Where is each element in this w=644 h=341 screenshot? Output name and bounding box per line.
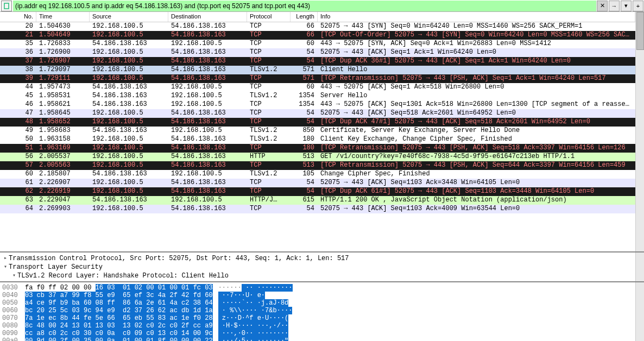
hex-offset: 0040 [2,292,25,299]
hex-row[interactable]: 0070 7a 1e ec 8b 44 fe 5e 66 65 eb 55 83… [2,314,633,322]
packet-bytes-pane: 0030 fa f0 ff 02 00 00 16 03 01 02 00 01… [0,282,644,341]
expand-right-icon[interactable]: ▸ [2,254,9,263]
col-header-length[interactable]: Length [291,12,318,22]
hex-row[interactable]: 0080 8c 48 00 24 13 01 13 03 13 02 c0 2c… [2,322,633,330]
packet-row[interactable]: 562.005537192.168.100.554.186.138.163HTT… [0,153,635,161]
packet-row[interactable]: 441.95747354.186.138.163192.168.100.5TCP… [0,83,635,92]
apply-filter-button[interactable]: → [609,1,620,11]
packet-row[interactable]: 632.22904754.186.138.163192.168.100.5HTT… [0,196,635,205]
filter-dropdown-button[interactable]: ▾ [621,1,632,11]
col-header-source[interactable]: Source [90,12,168,22]
hex-row[interactable]: 0050 a4 ce 9f b9 ba 60 08 ff 86 6a 2e 61… [2,299,633,307]
detail-tree-row[interactable]: ▾Transport Layer Security [2,263,633,271]
details-scrollbar[interactable] [635,252,644,281]
hex-row[interactable]: 00a0 00 9d 00 2f 00 35 00 0a 01 00 01 8f… [2,337,633,341]
hex-offset: 0060 [2,307,25,314]
packet-row[interactable]: 602.18580754.186.138.163192.168.100.5TLS… [0,170,635,179]
packet-details-pane: ▸Transmission Control Protocol, Src Port… [0,252,644,282]
packet-row[interactable]: 371.726907192.168.100.554.186.138.163TCP… [0,57,635,66]
plus-icon: + [636,3,640,9]
col-header-time[interactable]: Time [36,12,90,22]
packet-row[interactable]: 501.963158192.168.100.554.186.138.163TLS… [0,135,635,144]
packet-list-scrollbar[interactable] [635,12,644,251]
hex-row[interactable]: 0060 bc 20 25 5c 03 9c 94 e9 d2 37 26 62… [2,307,633,314]
col-header-destination[interactable]: Destination [168,12,247,22]
packet-row[interactable]: 572.005563192.168.100.554.186.138.163TCP… [0,161,635,170]
col-header-no[interactable]: No. [0,12,36,22]
col-header-info[interactable]: Info [318,12,635,22]
hex-offset: 00a0 [2,337,25,341]
clear-filter-button[interactable]: ✕ [597,1,608,11]
packet-row[interactable]: 361.726900192.168.100.554.186.138.163TCP… [0,48,635,57]
hex-row[interactable]: 0090 cc a8 c0 2c c0 30 c0 0a c0 09 c0 13… [2,330,633,337]
detail-tree-label: Transport Layer Security [9,263,103,271]
hex-scrollbar[interactable] [635,282,644,341]
hex-row[interactable]: 0030 fa f0 ff 02 00 00 16 03 01 02 00 01… [2,284,633,292]
packet-row[interactable]: 511.963169192.168.100.554.186.138.163TCP… [0,144,635,153]
hex-offset: 0080 [2,322,25,330]
detail-tree-row[interactable]: ▾TLSv1.2 Record Layer: Handshake Protoco… [2,271,633,280]
scrollbar-thumb[interactable] [636,12,644,50]
display-filter-bar: ✕ → ▾ + [0,0,644,12]
display-filter-input[interactable] [13,1,596,11]
svg-rect-0 [4,3,9,9]
chevron-down-icon: ▾ [624,2,628,9]
packet-row[interactable]: 211.504649192.168.100.554.186.138.163TCP… [0,31,635,40]
detail-tree-label: Transmission Control Protocol, Src Port:… [9,254,349,263]
packet-row[interactable]: 381.729097192.168.100.554.186.138.163TLS… [0,66,635,74]
hex-offset: 0030 [2,284,25,292]
expand-down-icon[interactable]: ▾ [11,271,17,280]
arrow-right-icon: → [611,3,617,9]
close-icon: ✕ [600,2,605,9]
detail-tree-label: TLSv1.2 Record Layer: Handshake Protocol… [17,271,229,280]
packet-row[interactable]: 481.958652192.168.100.554.186.138.163TCP… [0,118,635,127]
packet-row[interactable]: 622.226919192.168.100.554.186.138.163TCP… [0,187,635,196]
packet-row[interactable]: 612.226907192.168.100.554.186.138.163TCP… [0,179,635,187]
packet-row[interactable]: 491.95868354.186.138.163192.168.100.5TLS… [0,127,635,135]
hex-offset: 0070 [2,314,25,322]
packet-row[interactable]: 461.95862154.186.138.163192.168.100.5TCP… [0,100,635,109]
hex-row[interactable]: 0040 03 cb 37 a7 99 f8 55 e9 65 ef 3c 4a… [2,292,633,299]
packet-list-header[interactable]: No. Time Source Destination Protocol Len… [0,12,635,22]
expand-down-icon[interactable]: ▾ [2,263,9,271]
packet-row[interactable]: 451.95853154.186.138.163192.168.100.5TLS… [0,92,635,100]
hex-offset: 0090 [2,330,25,337]
packet-row[interactable]: 391.729111192.168.100.554.186.138.163TCP… [0,74,635,83]
hex-offset: 0050 [2,299,25,307]
bookmark-icon[interactable] [1,1,12,11]
col-header-protocol[interactable]: Protocol [247,12,291,22]
packet-list-pane: No. Time Source Destination Protocol Len… [0,12,644,252]
packet-row[interactable]: 201.504630192.168.100.554.186.138.163TCP… [0,22,635,31]
packet-row[interactable]: 642.269903192.168.100.554.186.138.163TCP… [0,205,635,213]
packet-row[interactable]: 471.958645192.168.100.554.186.138.163TCP… [0,109,635,118]
detail-tree-row[interactable]: ▸Transmission Control Protocol, Src Port… [2,254,633,263]
add-filter-button[interactable]: + [633,1,643,11]
packet-row[interactable]: 351.72683354.186.138.163192.168.100.5TCP… [0,40,635,48]
